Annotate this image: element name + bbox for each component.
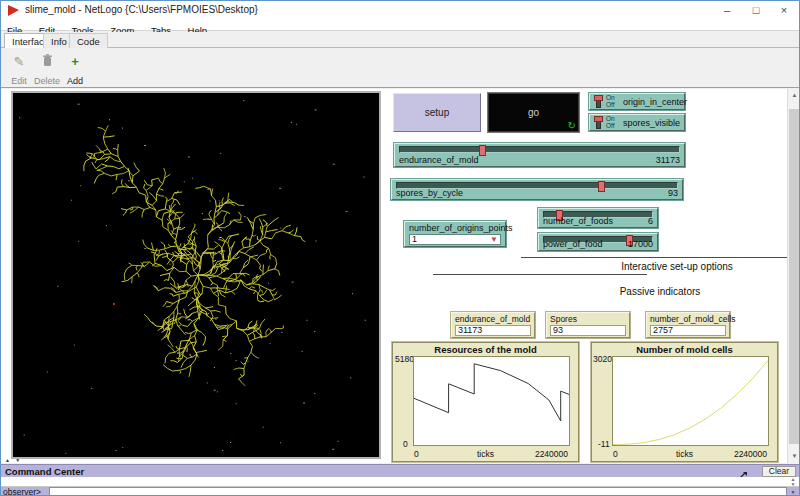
pencil-icon: ✎: [4, 54, 34, 70]
slider-label: spores_by_cycle: [396, 188, 463, 198]
switch-origin-in-center[interactable]: On Off origin_in_center: [589, 93, 685, 110]
world-view-canvas[interactable]: [13, 93, 379, 457]
world-view[interactable]: [11, 91, 381, 459]
command-center-output[interactable]: ▲ ▼: [1, 477, 799, 487]
plot-ymin-label: -11: [598, 439, 610, 449]
slider-endurance-of-mold[interactable]: endurance_of_mold 31173: [394, 143, 685, 167]
plus-icon: +: [60, 54, 90, 70]
slider-number-of-foods[interactable]: number_of_foods 6: [538, 208, 658, 228]
command-center-splitter[interactable]: ▲ ▼: [5, 457, 22, 463]
command-center-input-row: observer> ▼: [1, 487, 799, 496]
plot-xmax-label: 2240000: [734, 449, 767, 459]
interface-canvas: setup go ↻ On Off origin_in_center On Of…: [1, 89, 799, 463]
switch-spores-visible[interactable]: On Off spores_visible: [589, 114, 685, 131]
slider-label: endurance_of_mold: [399, 155, 479, 165]
separator-line: [433, 274, 647, 275]
scroll-down-icon[interactable]: ▼: [788, 450, 800, 463]
monitor-number-of-mold-cells: number_of_mold_cells 2757: [646, 312, 730, 338]
monitor-label: endurance_of_mold: [455, 314, 530, 324]
plot-ymin-label: 0: [403, 439, 408, 449]
observer-prompt: observer>: [3, 487, 41, 496]
setup-button[interactable]: setup: [393, 93, 481, 132]
monitor-value: 2757: [650, 325, 726, 336]
output-scrollbar[interactable]: ▲ ▼: [788, 477, 798, 487]
switch-name: origin_in_center: [623, 97, 687, 107]
switch-handle[interactable]: [594, 95, 603, 101]
close-button[interactable]: ×: [770, 1, 798, 20]
switch-name: spores_visible: [623, 118, 680, 128]
chooser-value-box[interactable]: 1 ▼: [409, 234, 501, 245]
command-center-header: Command Center Clear: [1, 464, 799, 477]
toolbar: ✎ Edit Delete + Add abcButton ▼ faster t…: [1, 48, 799, 88]
tab-strip: Interface Info Code: [1, 32, 799, 48]
slider-power-of-food[interactable]: power_of_food 17000: [538, 233, 658, 251]
expand-icon[interactable]: [737, 467, 747, 476]
scrollbar-thumb[interactable]: [789, 109, 800, 444]
monitor-value: 93: [550, 325, 626, 336]
slider-value: 31173: [656, 155, 680, 165]
slider-handle[interactable]: [479, 145, 486, 156]
forever-icon: ↻: [568, 121, 576, 131]
separator-line: [521, 257, 788, 258]
tab-code[interactable]: Code: [69, 33, 108, 48]
slider-label: number_of_foods: [543, 216, 613, 226]
command-center-title: Command Center: [5, 466, 84, 477]
switch-on-label: On: [606, 115, 615, 122]
minimize-button[interactable]: –: [713, 1, 741, 20]
slider-value: 17000: [628, 239, 653, 249]
edit-button[interactable]: ✎ Edit: [4, 54, 34, 88]
add-button[interactable]: + Add: [60, 54, 90, 88]
chooser-value: 1: [412, 234, 417, 244]
netlogo-window: slime_mold - NetLogo {C:\Users\FPMOIES\D…: [0, 0, 800, 496]
delete-label: Delete: [34, 76, 60, 86]
edit-label: Edit: [11, 76, 27, 86]
plot-line: [613, 357, 768, 445]
switch-off-label: Off: [606, 122, 615, 129]
slider-label: power_of_food: [543, 239, 603, 249]
monitor-label: number_of_mold_cells: [650, 314, 736, 324]
panel-scrollbar[interactable]: ▲ ▼: [787, 89, 800, 463]
plot-resources-of-the-mold: Resources of the mold 51800 0 0 ticks 22…: [392, 342, 579, 462]
monitor-spores: Spores 93: [546, 312, 630, 338]
slider-handle[interactable]: [598, 181, 605, 192]
go-label: go: [528, 107, 539, 118]
slider-value: 6: [648, 216, 653, 226]
plot-area: [413, 356, 570, 446]
plot-title: Resources of the mold: [393, 344, 578, 355]
chooser-dropdown-icon: ▼: [490, 235, 498, 244]
command-input[interactable]: [49, 487, 787, 496]
add-label: Add: [67, 76, 83, 86]
monitor-value: 31173: [455, 325, 531, 336]
window-title: slime_mold - NetLogo {C:\Users\FPMOIES\D…: [25, 4, 258, 15]
delete-button[interactable]: Delete: [32, 54, 62, 88]
monitor-endurance-of-mold: endurance_of_mold 31173: [451, 312, 535, 338]
monitor-label: Spores: [550, 314, 577, 324]
plot-ymax-label: 3020: [593, 354, 612, 364]
history-dropdown-icon[interactable]: ▼: [788, 488, 798, 496]
switch-on-label: On: [606, 94, 615, 101]
menu-bar: File Edit Tools Zoom Tabs Help: [1, 20, 799, 31]
trash-icon: [32, 54, 62, 70]
netlogo-flag-icon: [8, 5, 19, 16]
plot-line: [414, 357, 569, 445]
slider-track[interactable]: [399, 146, 680, 153]
title-bar[interactable]: slime_mold - NetLogo {C:\Users\FPMOIES\D…: [1, 1, 799, 20]
plot-title: Number of mold cells: [592, 344, 777, 355]
slider-value: 93: [668, 188, 678, 198]
plot-area: [612, 356, 769, 446]
chooser-number-of-origins-points[interactable]: number_of_origins_points 1 ▼: [404, 221, 506, 247]
switch-handle[interactable]: [594, 116, 603, 122]
maximize-button[interactable]: □: [742, 1, 770, 20]
plot-xmax-label: 2240000: [535, 449, 568, 459]
scroll-up-icon[interactable]: ▲: [788, 89, 800, 102]
plot-number-of-mold-cells: Number of mold cells 3020 -11 0 ticks 22…: [591, 342, 778, 462]
note-interactive-setup: Interactive set-up options: [597, 261, 757, 272]
switch-off-label: Off: [606, 101, 615, 108]
chooser-label: number_of_origins_points: [409, 223, 513, 233]
note-passive-indicators: Passive indicators: [580, 286, 740, 297]
go-button[interactable]: go ↻: [488, 93, 579, 132]
slider-spores-by-cycle[interactable]: spores_by_cycle 93: [391, 179, 683, 200]
